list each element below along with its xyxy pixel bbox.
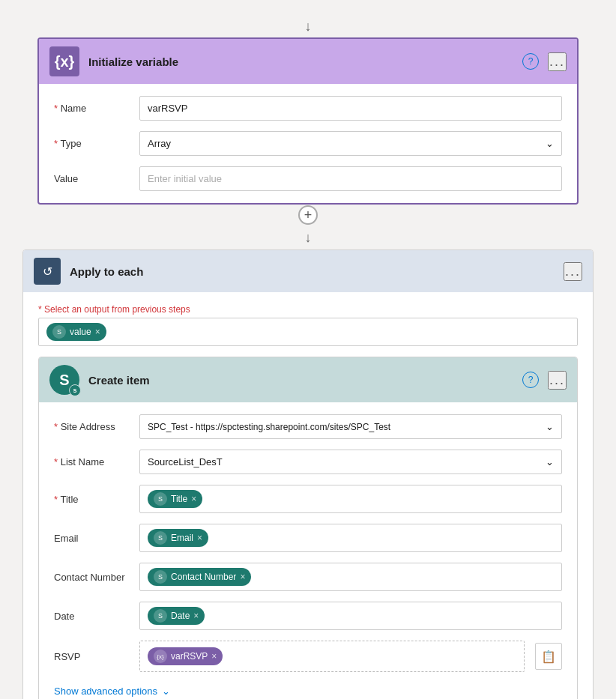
init-value-input[interactable] [139,166,562,191]
site-address-label: Site Address [54,421,129,432]
contact-token: S Contact Number × [148,568,251,586]
email-label: Email [54,533,129,544]
apply-header-title: Apply to each [70,265,555,278]
date-token-icon: S [154,609,167,623]
init-variable-actions: ? ... [522,52,567,71]
list-name-row: List Name SourceList_DesT ⌄ [54,450,562,474]
site-address-chevron-icon: ⌄ [546,421,554,432]
show-advanced-label: Show advanced options [54,686,157,697]
init-variable-help-icon[interactable]: ? [522,53,539,70]
email-token-icon: S [154,531,167,545]
connector-add: + ↓ [15,205,601,249]
email-token-close[interactable]: × [197,533,202,543]
init-type-select[interactable]: Array ⌄ [139,131,562,156]
create-item-card: S s Create item ? ... Site Address [38,357,578,699]
init-type-row: Type Array ⌄ [54,131,562,156]
create-header: S s Create item ? ... [39,357,577,402]
rsvp-token: {x} varRSVP × [148,647,223,665]
create-header-title: Create item [88,374,513,387]
initialize-variable-card: {x} Initialize variable ? ... Name Type … [37,37,579,205]
site-address-row: Site Address SPC_Test - https://spctesti… [54,414,562,439]
init-variable-header: {x} Initialize variable ? ... [39,39,577,84]
email-token-input[interactable]: S Email × [139,524,562,552]
output-label: * Select an output from previous steps S… [38,304,578,346]
apply-header-icon: ↺ [34,258,61,285]
contact-token-icon: S [154,570,167,584]
title-token: S Title × [148,490,202,508]
list-name-value: SourceList_DesT [148,456,223,467]
date-label: Date [54,611,129,622]
contact-token-input[interactable]: S Contact Number × [139,563,562,591]
rsvp-token-close[interactable]: × [211,651,217,662]
title-token-close[interactable]: × [191,494,196,504]
canvas: ↓ {x} Initialize variable ? ... Name [15,15,601,699]
value-token-icon: S [52,325,66,339]
value-token-close[interactable]: × [95,327,100,337]
email-token: S Email × [148,529,208,547]
add-step-button[interactable]: + [298,205,318,225]
init-value-row: Value [54,166,562,191]
email-row: Email S Email × [54,524,562,552]
site-address-value: SPC_Test - https://spctesting.sharepoint… [148,422,390,432]
apply-header: ↺ Apply to each ... [23,250,593,292]
rsvp-token-icon: {x} [154,650,167,663]
rsvp-clipboard-icon[interactable]: 📋 [535,643,562,670]
init-variable-icon: {x} [49,46,79,76]
output-label-text: * Select an output from previous steps [38,304,578,315]
init-variable-title: Initialize variable [88,55,513,68]
init-type-label: Type [54,138,129,149]
init-variable-more-button[interactable]: ... [548,52,567,71]
title-token-input[interactable]: S Title × [139,485,562,513]
init-variable-body: Name Type Array ⌄ Value [39,84,577,203]
contact-row: Contact Number S Contact Number × [54,563,562,591]
site-address-select[interactable]: SPC_Test - https://spctesting.sharepoint… [139,414,562,439]
create-body: Site Address SPC_Test - https://spctesti… [39,402,577,699]
show-advanced-chevron-icon: ⌄ [162,686,170,697]
apply-more-button[interactable]: ... [564,262,582,281]
apply-body: * Select an output from previous steps S… [23,292,593,699]
init-name-input[interactable] [139,96,562,121]
init-type-value: Array [148,138,171,149]
output-token-input[interactable]: S value × [38,318,578,346]
create-header-badge: s [69,384,81,396]
date-token: S Date × [148,607,205,625]
date-row: Date S Date × [54,602,562,630]
init-name-row: Name [54,96,562,121]
create-help-icon[interactable]: ? [522,372,539,388]
init-type-chevron-icon: ⌄ [546,138,554,149]
list-name-label: List Name [54,456,129,467]
init-name-label: Name [54,103,129,114]
rsvp-label: RSVP [54,651,129,662]
connector-down-arrow: ↓ [305,226,312,249]
value-token: S value × [46,323,106,341]
date-token-close[interactable]: × [193,611,199,621]
date-token-input[interactable]: S Date × [139,602,562,630]
rsvp-row: RSVP {x} varRSVP × 📋 [54,641,562,672]
rsvp-token-input[interactable]: {x} varRSVP × [139,641,525,672]
create-more-button[interactable]: ... [548,371,567,390]
title-token-icon: S [154,492,167,506]
contact-token-close[interactable]: × [240,572,245,582]
list-name-chevron-icon: ⌄ [546,456,554,467]
contact-label: Contact Number [54,572,129,583]
top-connector-arrow: ↓ [15,15,601,37]
title-label: Title [54,494,129,505]
apply-to-each-card: ↺ Apply to each ... * Select an output f… [22,249,594,699]
create-header-icon: S s [49,365,79,395]
title-row: Title S Title × [54,485,562,513]
init-value-label: Value [54,173,129,184]
list-name-select[interactable]: SourceList_DesT ⌄ [139,450,562,474]
show-advanced-options[interactable]: Show advanced options ⌄ [54,683,562,699]
